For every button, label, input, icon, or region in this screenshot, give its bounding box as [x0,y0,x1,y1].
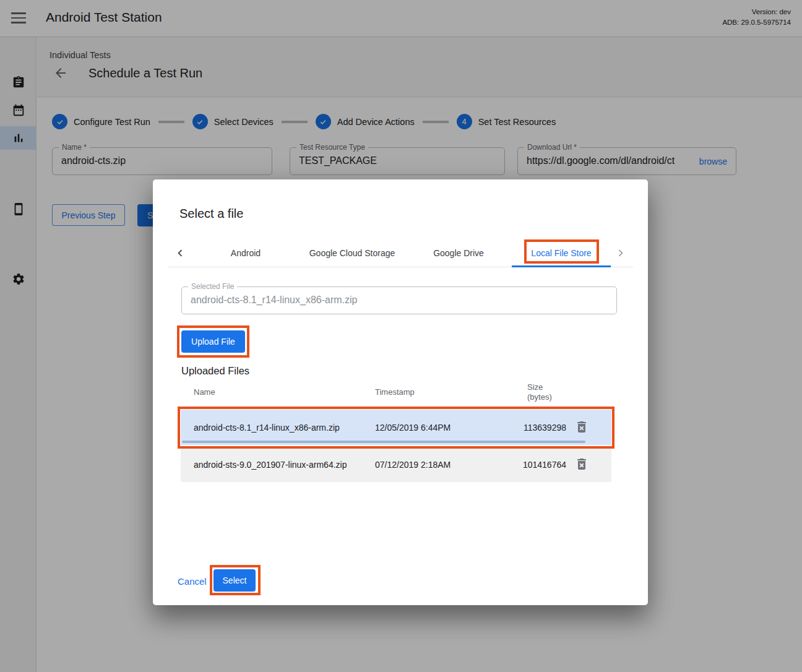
size-cell: 113639298 [472,423,566,433]
uploaded-files-table: Name Timestamp Size (bytes) android-cts-… [181,379,611,484]
tab-local-file-store[interactable]: Local File Store [512,239,611,267]
table-header-row: Name Timestamp Size (bytes) [181,379,611,410]
tab-google-drive[interactable]: Google Drive [405,239,512,267]
dialog-title: Select a file [179,207,243,221]
horizontal-scrollbar[interactable] [182,441,585,443]
column-header-timestamp: Timestamp [375,387,415,397]
chevron-right-icon [614,246,627,260]
selected-file-value: android-cts-8.1_r14-linux_x86-arm.zip [191,295,610,306]
column-header-name: Name [194,387,215,397]
timestamp-cell: 12/05/2019 6:44PM [375,423,451,433]
select-file-dialog: Select a file Android Google Cloud Stora… [153,179,648,605]
select-button[interactable]: Select [213,569,256,592]
size-cell: 101416764 [472,460,566,470]
delete-file-button[interactable] [573,418,590,436]
tabs-scroll-left-button[interactable] [168,239,192,267]
active-tab-underline [512,265,611,267]
table-row[interactable]: android-sts-9.0_201907-linux-arm64.zip 0… [181,447,611,482]
selected-file-label: Selected File [188,282,237,291]
column-header-size: Size (bytes) [527,382,552,403]
trash-delete-icon [574,457,589,472]
screen: Android Test Station Version: dev ADB: 2… [0,0,802,672]
file-source-tabs: Android Google Cloud Storage Google Driv… [168,239,633,267]
file-name-cell: android-cts-8.1_r14-linux_x86-arm.zip [194,423,340,433]
table-row-selected[interactable]: android-cts-8.1_r14-linux_x86-arm.zip 12… [181,410,611,445]
timestamp-cell: 07/12/2019 2:18AM [375,460,451,470]
delete-file-button[interactable] [573,455,590,473]
selected-file-field[interactable]: Selected File android-cts-8.1_r14-linux_… [181,286,617,314]
upload-file-button[interactable]: Upload File [181,330,245,353]
tabs-scroll-right-button[interactable] [608,239,633,267]
cancel-button[interactable]: Cancel [178,576,207,587]
file-name-cell: android-sts-9.0_201907-linux-arm64.zip [194,460,347,470]
tab-google-cloud-storage[interactable]: Google Cloud Storage [299,239,405,267]
uploaded-files-title: Uploaded Files [181,365,249,377]
trash-delete-icon [574,420,589,434]
chevron-left-icon [173,246,187,260]
tab-android[interactable]: Android [192,239,299,267]
